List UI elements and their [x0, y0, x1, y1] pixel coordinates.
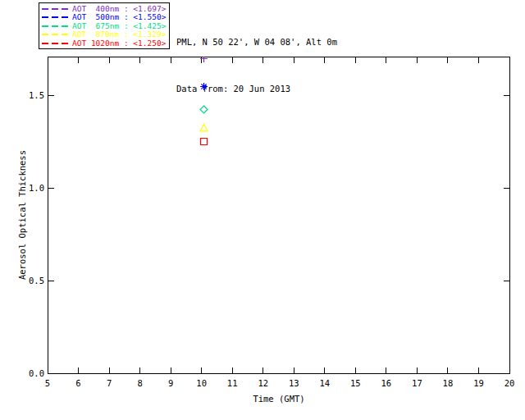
- x-tick-top-15: [355, 57, 356, 63]
- x-tick-label-12: 12: [251, 378, 276, 388]
- x-tick-label-13: 13: [281, 378, 306, 388]
- x-axis-title: Time (GMT): [197, 394, 361, 404]
- legend-item-aot-675nm: AOT 675nm : <1.425>: [42, 22, 167, 30]
- x-tick-top-13: [294, 57, 294, 63]
- x-tick-label-6: 6: [66, 378, 91, 388]
- legend-dash-aot-500nm: [42, 16, 69, 18]
- x-tick-top-8: [139, 57, 140, 63]
- plot-frame: [48, 57, 510, 374]
- x-tick-top-11: [232, 57, 233, 63]
- y-axis-title: Aerosol Optical Thickness: [17, 150, 27, 280]
- x-tick-top-12: [262, 57, 263, 63]
- legend-dash-aot-675nm: [42, 25, 69, 27]
- x-tick-label-16: 16: [374, 378, 399, 388]
- x-tick-label-17: 17: [404, 378, 429, 388]
- x-tick-label-9: 9: [158, 378, 183, 388]
- legend-label-aot-870nm: AOT 870nm : <1.329>: [72, 30, 166, 39]
- y-tick-1.0: [48, 188, 54, 189]
- x-tick-top-19: [478, 57, 479, 63]
- x-tick-label-15: 15: [343, 378, 368, 388]
- legend-dash-aot-870nm: [42, 34, 69, 35]
- x-tick-19: [478, 368, 479, 373]
- x-tick-9: [171, 368, 171, 373]
- legend-dash-aot-400nm: [42, 8, 69, 10]
- x-tick-15: [355, 368, 356, 373]
- legend-item-aot-500nm: AOT 500nm : <1.550>: [42, 13, 167, 21]
- legend-label-aot-1020nm: AOT 1020nm : <1.250>: [72, 39, 166, 48]
- aot-plot: AOT 400nm : <1.697>AOT 500nm : <1.550>AO…: [0, 0, 525, 420]
- x-tick-label-10: 10: [189, 378, 214, 388]
- x-tick-label-20: 20: [497, 378, 522, 388]
- station-info: PML, N 50 22', W 04 08', Alt 0m: [176, 34, 337, 50]
- x-tick-16: [386, 368, 386, 373]
- x-tick-12: [262, 368, 263, 373]
- x-tick-14: [324, 368, 325, 373]
- x-tick-label-11: 11: [220, 378, 244, 388]
- y-tick-right-0.0: [504, 373, 509, 374]
- legend-label-aot-675nm: AOT 675nm : <1.425>: [72, 22, 166, 30]
- x-tick-label-14: 14: [313, 378, 337, 388]
- x-tick-label-19: 19: [466, 378, 491, 388]
- x-tick-top-16: [386, 57, 386, 63]
- y-tick-right-0.5: [504, 281, 509, 281]
- x-tick-6: [78, 368, 79, 373]
- y-tick-right-1.0: [504, 188, 509, 189]
- legend-item-aot-1020nm: AOT 1020nm : <1.250>: [42, 39, 167, 48]
- x-tick-17: [417, 368, 418, 373]
- y-tick-right-1.5: [504, 95, 509, 96]
- legend-label-aot-400nm: AOT 400nm : <1.697>: [72, 5, 166, 13]
- y-tick-0.0: [48, 373, 54, 374]
- x-tick-top-17: [417, 57, 418, 63]
- x-tick-top-7: [109, 57, 110, 63]
- x-tick-8: [139, 368, 140, 373]
- x-tick-11: [232, 368, 233, 373]
- y-tick-label-0.0: 0.0: [16, 368, 44, 378]
- legend-dash-aot-1020nm: [42, 43, 69, 44]
- x-tick-13: [294, 368, 294, 373]
- legend-label-aot-500nm: AOT 500nm : <1.550>: [72, 13, 166, 21]
- x-tick-label-7: 7: [97, 378, 121, 388]
- x-tick-7: [109, 368, 110, 373]
- legend-item-aot-400nm: AOT 400nm : <1.697>: [42, 5, 167, 13]
- legend-item-aot-870nm: AOT 870nm : <1.329>: [42, 30, 167, 39]
- x-tick-18: [447, 368, 448, 373]
- y-tick-0.5: [48, 281, 54, 281]
- x-tick-top-10: [201, 57, 202, 63]
- x-tick-top-18: [447, 57, 448, 63]
- x-tick-top-9: [171, 57, 171, 63]
- x-tick-top-6: [78, 57, 79, 63]
- legend: AOT 400nm : <1.697>AOT 500nm : <1.550>AO…: [39, 2, 170, 49]
- x-tick-label-5: 5: [35, 378, 60, 388]
- x-tick-top-5: [48, 57, 48, 63]
- x-tick-label-18: 18: [436, 378, 460, 388]
- y-tick-label-1.5: 1.5: [16, 90, 44, 100]
- y-tick-1.5: [48, 95, 54, 96]
- x-tick-label-8: 8: [128, 378, 153, 388]
- x-tick-top-20: [509, 57, 510, 63]
- x-tick-top-14: [324, 57, 325, 63]
- x-tick-10: [201, 368, 202, 373]
